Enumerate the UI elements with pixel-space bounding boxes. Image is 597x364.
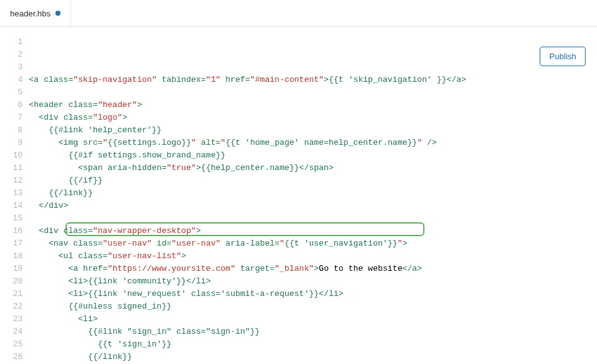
code-line[interactable]: {{/link}} xyxy=(29,187,597,200)
line-number: 13 xyxy=(0,187,29,200)
code-line[interactable]: {{#link "sign_in" class="sign-in"}} xyxy=(29,326,597,338)
code-line[interactable]: <a class="skip-navigation" tabindex="1" … xyxy=(29,74,597,86)
line-number: 18 xyxy=(0,250,29,263)
line-number: 26 xyxy=(0,351,29,363)
line-number: 3 xyxy=(0,61,29,74)
file-tab[interactable]: header.hbs xyxy=(0,0,71,26)
line-number: 19 xyxy=(0,263,29,275)
code-line[interactable]: {{#link 'help_center'}} xyxy=(29,124,597,137)
line-number: 5 xyxy=(0,86,29,99)
line-number: 15 xyxy=(0,212,29,225)
code-line[interactable]: <img src="{{settings.logo}}" alt="{{t 'h… xyxy=(29,137,597,149)
line-number: 21 xyxy=(0,288,29,300)
code-line[interactable]: <ul class="user-nav-list"> xyxy=(29,250,597,263)
tab-filename: header.hbs xyxy=(10,9,50,18)
line-number: 17 xyxy=(0,237,29,250)
code-line[interactable]: {{t 'sign_in'}} xyxy=(29,338,597,351)
line-number: 14 xyxy=(0,200,29,212)
line-number: 8 xyxy=(0,124,29,137)
code-line[interactable]: <li>{{link 'community'}}</li> xyxy=(29,275,597,288)
code-line[interactable]: {{#unless signed_in}} xyxy=(29,300,597,313)
code-line[interactable]: <nav class="user-nav" id="user-nav" aria… xyxy=(29,237,597,250)
line-number: 10 xyxy=(0,149,29,162)
line-number: 7 xyxy=(0,111,29,124)
line-number: 4 xyxy=(0,74,29,86)
code-line[interactable] xyxy=(29,212,597,225)
code-line[interactable]: <div class="logo"> xyxy=(29,111,597,124)
tab-bar: header.hbs xyxy=(0,0,597,27)
line-number: 2 xyxy=(0,48,29,61)
line-number: 12 xyxy=(0,174,29,187)
code-line[interactable]: <header class="header"> xyxy=(29,99,597,111)
code-line[interactable]: <li>{{link 'new_request' class='submit-a… xyxy=(29,288,597,300)
line-number: 16 xyxy=(0,225,29,237)
line-number: 23 xyxy=(0,313,29,326)
code-line[interactable]: {{/link}} xyxy=(29,351,597,363)
code-line[interactable]: <div class="nav-wrapper-desktop"> xyxy=(29,225,597,237)
line-number: 20 xyxy=(0,275,29,288)
line-number: 6 xyxy=(0,99,29,111)
code-line[interactable]: <li> xyxy=(29,313,597,326)
line-number: 24 xyxy=(0,326,29,338)
line-number: 11 xyxy=(0,162,29,174)
code-line[interactable]: {{/if}} xyxy=(29,174,597,187)
line-number: 9 xyxy=(0,137,29,149)
line-number: 1 xyxy=(0,36,29,48)
code-line[interactable]: <a href="https://www.yoursite.com" targe… xyxy=(29,263,597,275)
code-line[interactable] xyxy=(29,86,597,99)
line-number-gutter: 1234567891011121314151617181920212223242… xyxy=(0,27,29,364)
code-line[interactable]: </div> xyxy=(29,200,597,212)
code-editor[interactable]: 1234567891011121314151617181920212223242… xyxy=(0,27,597,364)
line-number: 25 xyxy=(0,338,29,351)
code-line[interactable]: <span aria-hidden="true">{{help_center.n… xyxy=(29,162,597,174)
line-number: 22 xyxy=(0,300,29,313)
code-line[interactable]: {{#if settings.show_brand_name}} xyxy=(29,149,597,162)
unsaved-dot-icon xyxy=(55,11,60,16)
code-content[interactable]: <a class="skip-navigation" tabindex="1" … xyxy=(29,27,597,364)
